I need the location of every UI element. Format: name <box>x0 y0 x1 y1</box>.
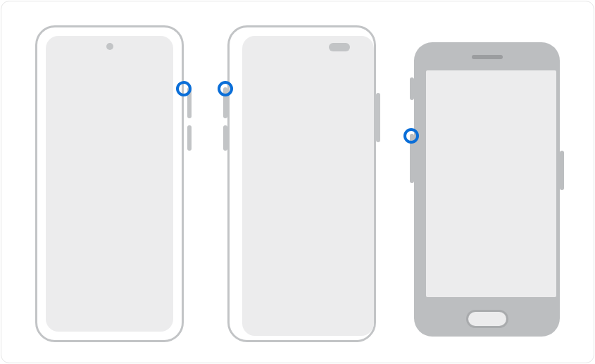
phone-a-side-button-lower <box>187 125 192 151</box>
phone-c-home-button <box>466 310 508 328</box>
phone-a-body <box>35 25 184 342</box>
phone-b-camera-pill-icon <box>329 43 350 51</box>
phone-b-screen <box>242 36 374 336</box>
phone-c-body <box>414 42 560 337</box>
highlight-circle-phone-b <box>218 81 233 96</box>
phone-a-camera-icon <box>106 43 113 50</box>
highlight-circle-phone-c <box>403 128 419 144</box>
phone-b-body <box>227 25 376 342</box>
phone-c-side-button-right <box>560 151 564 190</box>
diagram-frame <box>1 1 594 363</box>
phone-a-screen <box>46 36 173 332</box>
highlight-circle-phone-a <box>176 81 192 96</box>
phone-c-earpiece-icon <box>472 55 503 59</box>
phone-a <box>35 25 188 342</box>
phone-b-side-button-right <box>376 93 380 142</box>
phone-c <box>410 42 565 337</box>
phone-c-screen <box>426 70 556 297</box>
phone-b <box>223 25 382 342</box>
